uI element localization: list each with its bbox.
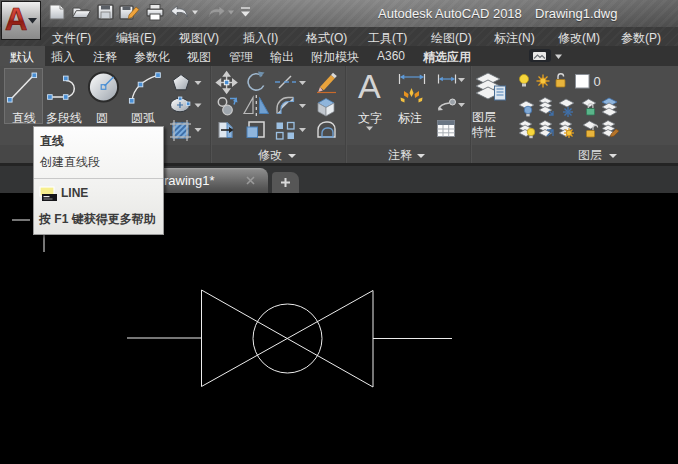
svg-text:A: A (5, 2, 27, 37)
svg-text:0: 0 (594, 74, 601, 89)
svg-text:A: A (358, 67, 381, 105)
